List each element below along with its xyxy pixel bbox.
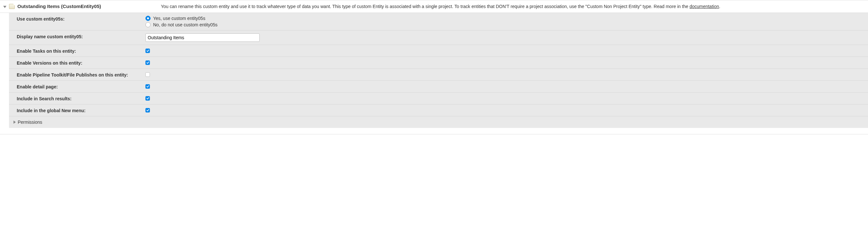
display-name-label: Display name custom entity05: — [17, 33, 146, 39]
enable-pipeline-row: Enable Pipeline Toolkit/File Publishes o… — [9, 69, 868, 81]
enable-versions-row: Enable Versions on this entity: — [9, 57, 868, 69]
use-custom-radio-no[interactable] — [146, 22, 151, 27]
disclosure-triangle-closed-icon[interactable] — [13, 120, 16, 124]
enable-detail-label: Enable detail page: — [17, 83, 146, 89]
description-text: You can rename this custom entity and us… — [161, 4, 689, 9]
use-custom-row: Use custom entity05s: Yes, use custom en… — [9, 13, 868, 31]
check-icon — [146, 61, 150, 64]
use-custom-yes-label[interactable]: Yes, use custom entity05s — [153, 16, 205, 21]
include-new-menu-label: Include in the global New menu: — [17, 107, 146, 113]
check-icon — [146, 84, 150, 88]
include-new-menu-row: Include in the global New menu: — [9, 104, 868, 116]
include-new-menu-checkbox[interactable] — [146, 108, 150, 112]
permissions-label[interactable]: Permissions — [18, 119, 42, 125]
entity-description: You can rename this custom entity and us… — [161, 4, 733, 10]
check-icon — [146, 97, 150, 100]
entity-icon — [9, 4, 15, 9]
enable-versions-checkbox[interactable] — [146, 61, 150, 65]
enable-pipeline-checkbox[interactable] — [146, 72, 150, 77]
use-custom-label: Use custom entity05s: — [17, 16, 146, 22]
permissions-row: Permissions — [9, 116, 868, 128]
display-name-input[interactable] — [146, 33, 260, 42]
include-search-label: Include in Search results: — [17, 96, 146, 101]
bottom-spacer — [0, 128, 868, 134]
enable-pipeline-label: Enable Pipeline Toolkit/File Publishes o… — [17, 72, 146, 77]
check-icon — [146, 108, 150, 112]
description-suffix: . — [719, 4, 720, 9]
enable-tasks-checkbox[interactable] — [146, 48, 150, 53]
enable-detail-row: Enable detail page: — [9, 81, 868, 93]
enable-tasks-label: Enable Tasks on this entity: — [17, 48, 146, 54]
display-name-row: Display name custom entity05: — [9, 31, 868, 45]
settings-panel: Use custom entity05s: Yes, use custom en… — [9, 13, 868, 128]
use-custom-no-label[interactable]: No, do not use custom entity05s — [153, 22, 217, 27]
include-search-checkbox[interactable] — [146, 96, 150, 101]
enable-detail-checkbox[interactable] — [146, 84, 150, 89]
use-custom-radio-yes[interactable] — [146, 16, 151, 21]
check-icon — [146, 49, 150, 53]
include-search-row: Include in Search results: — [9, 93, 868, 104]
enable-tasks-row: Enable Tasks on this entity: — [9, 45, 868, 57]
documentation-link[interactable]: documentation — [689, 4, 719, 9]
entity-title: Outstanding Items (CustomEntity05) — [18, 4, 101, 9]
entity-header: Outstanding Items (CustomEntity05) You c… — [0, 0, 868, 13]
disclosure-triangle-open-icon[interactable] — [3, 6, 6, 8]
enable-versions-label: Enable Versions on this entity: — [17, 60, 146, 66]
